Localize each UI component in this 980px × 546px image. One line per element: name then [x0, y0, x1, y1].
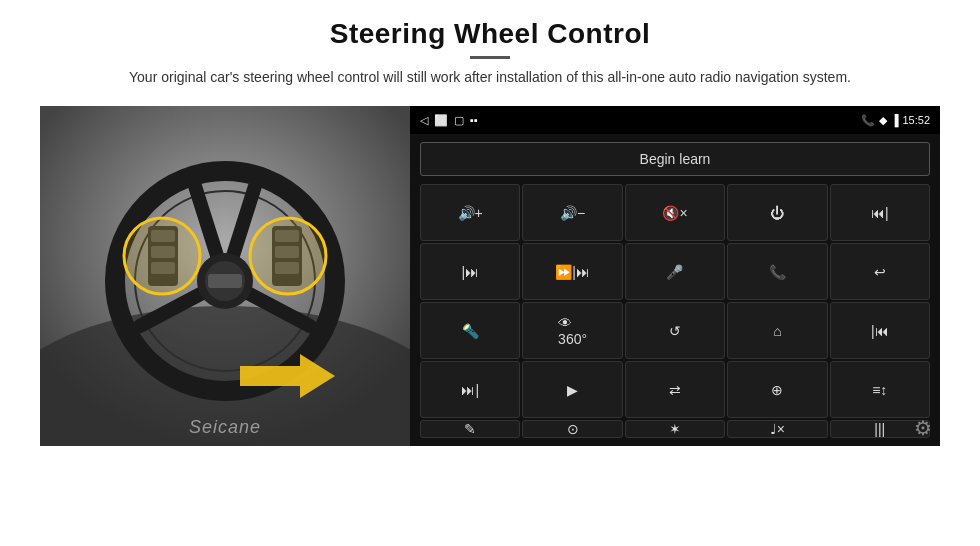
content-area: Seicane ◁ ⬜ ▢ ▪▪ 📞 ◆ ▐ 15:52 [40, 106, 940, 446]
settings-gear-button[interactable]: ⚙ [914, 416, 932, 440]
radio-btn[interactable]: ⊕ [727, 361, 827, 418]
mic-btn[interactable]: 🎤 [625, 243, 725, 300]
subtitle-text: Your original car's steering wheel contr… [129, 67, 851, 88]
title-section: Steering Wheel Control Your original car… [129, 18, 851, 88]
svg-point-20 [250, 218, 326, 294]
record-btn[interactable]: ⊙ [522, 420, 622, 438]
swap-btn[interactable]: ⇄ [625, 361, 725, 418]
phone-status-icon: 📞 [861, 114, 875, 127]
nav-btn[interactable]: ▶ [522, 361, 622, 418]
mute-btn[interactable]: 🔇× [625, 184, 725, 241]
car-image-area: Seicane [40, 106, 410, 446]
power-btn[interactable]: ⏻ [727, 184, 827, 241]
recent-nav-icon[interactable]: ▢ [454, 114, 464, 127]
ffwd-btn[interactable]: ⏩|⏭ [522, 243, 622, 300]
home-nav-icon[interactable]: ⬜ [434, 114, 448, 127]
home-btn[interactable]: ⌂ [727, 302, 827, 359]
wifi-status-icon: ◆ [879, 114, 887, 127]
prev-track-btn[interactable]: ⏮| [830, 184, 930, 241]
control-grid: 🔊+🔊−🔇×⏻⏮||⏭⏩|⏭🎤📞↩🔦👁 360°↺⌂|⏮⏭|▶⇄⊕≡↕✎⊙✶♩×… [410, 184, 940, 446]
skip-btn[interactable]: ⏭| [420, 361, 520, 418]
begin-learn-row: Begin learn [410, 134, 940, 184]
eq-btn[interactable]: ≡↕ [830, 361, 930, 418]
steering-wheel-svg [40, 106, 410, 446]
svg-point-19 [124, 218, 200, 294]
vol-up-btn[interactable]: 🔊+ [420, 184, 520, 241]
vol-down-btn[interactable]: 🔊− [522, 184, 622, 241]
rewind-btn[interactable]: |⏮ [830, 302, 930, 359]
back-nav-icon[interactable]: ◁ [420, 114, 428, 127]
status-left: ◁ ⬜ ▢ ▪▪ [420, 114, 478, 127]
page-container: Steering Wheel Control Your original car… [0, 0, 980, 546]
android-status-bar: ◁ ⬜ ▢ ▪▪ 📞 ◆ ▐ 15:52 [410, 106, 940, 134]
back-btn[interactable]: ↺ [625, 302, 725, 359]
title-divider [470, 56, 510, 59]
music-btn[interactable]: ♩× [727, 420, 827, 438]
signal-icon: ▪▪ [470, 114, 478, 126]
light-btn[interactable]: 🔦 [420, 302, 520, 359]
page-title: Steering Wheel Control [129, 18, 851, 50]
pen-btn[interactable]: ✎ [420, 420, 520, 438]
hangup-btn[interactable]: ↩ [830, 243, 930, 300]
begin-learn-button[interactable]: Begin learn [420, 142, 930, 176]
battery-icon: ▐ [891, 114, 899, 126]
view360-btn[interactable]: 👁 360° [522, 302, 622, 359]
next-btn[interactable]: |⏭ [420, 243, 520, 300]
bluetooth-btn[interactable]: ✶ [625, 420, 725, 438]
seicane-watermark: Seicane [189, 417, 261, 438]
svg-rect-10 [208, 274, 242, 288]
phone-btn[interactable]: 📞 [727, 243, 827, 300]
car-background: Seicane [40, 106, 410, 446]
gear-icon-area: ⚙ [914, 416, 932, 440]
head-unit-panel: ◁ ⬜ ▢ ▪▪ 📞 ◆ ▐ 15:52 Begin learn 🔊+🔊−🔇×⏻… [410, 106, 940, 446]
status-right: 📞 ◆ ▐ 15:52 [861, 114, 930, 127]
time-display: 15:52 [902, 114, 930, 126]
